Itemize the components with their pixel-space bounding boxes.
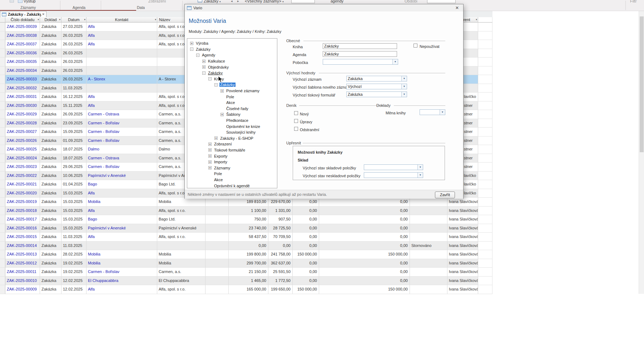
cell-doklad[interactable]: Zakázka — [40, 189, 61, 198]
cell-kontakt[interactable]: Dalmo — [86, 145, 157, 154]
cell-doklad[interactable]: Zakázka — [40, 137, 61, 145]
cell-kontakt[interactable]: Alfa — [86, 233, 157, 242]
sort-dropdown-icon[interactable]: ▾ — [476, 18, 477, 21]
vychozi-zaznam-select[interactable]: Zakázka — [346, 76, 407, 81]
cell-e1[interactable] — [205, 224, 229, 233]
cell-n3[interactable]: 0,00 — [293, 259, 319, 268]
cell-n4[interactable]: 0,00 — [319, 215, 410, 224]
tree-item[interactable]: Pole — [187, 171, 277, 177]
cell-status[interactable]: Stornováno — [410, 242, 447, 251]
table-row[interactable]: ZAK-2025-00018Zakázka15.03.2025AlfaAlfa,… — [0, 207, 492, 215]
tree-item[interactable]: +Záznamy — [187, 165, 277, 171]
collapse-icon[interactable]: - — [202, 71, 205, 75]
cell-n1[interactable]: 299 700,00 — [229, 259, 268, 268]
tree-item[interactable]: -Zakázky — [187, 70, 277, 76]
cell-ref[interactable]: Ivana Slavíčková — [447, 285, 478, 294]
cell-cislo[interactable]: ZAK-2025-00028 — [5, 119, 40, 128]
odstraneni-checkbox[interactable] — [294, 127, 298, 131]
cell-kontakt[interactable]: Carmen - Bořislav — [86, 163, 157, 172]
cell-n3[interactable]: 150 000,00 — [293, 250, 319, 259]
cell-ref[interactable]: Ivana Slavíčková — [447, 259, 478, 268]
cell-nazev[interactable]: Alfa, spol. s r.o. — [157, 207, 205, 215]
cell-cislo[interactable]: ZAK-2025-00023 — [5, 163, 40, 172]
table-row[interactable]: ZAK-2025-00014Zakázka11.03.20250,000,000… — [0, 242, 492, 251]
cell-kontakt[interactable]: Mobilia — [86, 250, 157, 259]
cell-datum[interactable]: 18.07.2025 — [61, 145, 86, 154]
cell-cislo[interactable]: ZAK-2025-00017 — [5, 215, 40, 224]
expand-icon[interactable]: + — [208, 160, 212, 164]
table-row[interactable]: ZAK-2025-00011Zakázka19.02.2025Carmen - … — [0, 268, 492, 277]
cell-e1[interactable] — [205, 198, 229, 207]
cell-nazev[interactable]: Mobilia — [157, 259, 205, 268]
tree-item[interactable]: Akce — [187, 100, 277, 106]
cell-datum[interactable]: 19.02.2025 — [61, 259, 86, 268]
cell-n1[interactable]: 199 800,00 — [229, 250, 268, 259]
cell-nazev[interactable]: Alfa, spol. s r.o. — [157, 233, 205, 242]
cell-n3[interactable]: 0,00 — [293, 242, 319, 251]
cell-status[interactable] — [410, 207, 447, 215]
cell-e1[interactable] — [205, 285, 229, 294]
cell-nazev[interactable]: Papírnictví v Anenské — [157, 224, 205, 233]
tree-item[interactable]: +Zakázky - E-SHOP — [187, 135, 277, 142]
table-row[interactable]: ZAK-2025-00010Zakázka12.02.2025El Chuppa… — [0, 277, 492, 286]
cell-doklad[interactable]: Zakázka — [40, 75, 61, 84]
cell-doklad[interactable]: Zakázka — [40, 180, 61, 189]
tree-item[interactable]: Pole — [187, 94, 277, 100]
mena-knihy-select[interactable] — [420, 109, 445, 115]
cell-datum[interactable]: 01.04.2025 — [61, 180, 86, 189]
cell-cislo[interactable]: ZAK-2025-00015 — [5, 233, 40, 242]
cell-datum[interactable]: 10.06.2025 — [61, 172, 86, 180]
cell-datum[interactable]: 28.02.2025 — [61, 250, 86, 259]
cell-e1[interactable] — [205, 233, 229, 242]
cell-cislo[interactable]: ZAK-2025-00027 — [5, 128, 40, 137]
cell-cislo[interactable]: ZAK-2025-00016 — [5, 224, 40, 233]
column-header-datum[interactable]: Datum▾ — [61, 17, 86, 23]
cell-datum[interactable]: 26.03.2025 — [61, 31, 86, 40]
tree-item[interactable]: -Knihy — [187, 76, 277, 82]
cell-n2[interactable]: 362 637,00 — [268, 259, 293, 268]
expand-icon[interactable]: + — [221, 89, 224, 93]
cell-e1[interactable] — [205, 215, 229, 224]
cell-ref[interactable]: Ivana Slavíčková — [447, 215, 478, 224]
cell-n1[interactable]: 23 740,00 — [229, 224, 268, 233]
expand-icon[interactable]: + — [221, 113, 224, 116]
table-row[interactable]: ZAK-2025-00015Zakázka11.03.2025AlfaAlfa,… — [0, 233, 492, 242]
cell-kontakt[interactable]: Alfa — [86, 101, 157, 110]
stav-skladove-select[interactable] — [364, 164, 423, 170]
table-row[interactable]: ZAK-2025-00009Zakázka12.02.2025AlfaAlfa,… — [0, 285, 492, 294]
nepouzivat-checkbox[interactable] — [413, 44, 417, 48]
vychozi-sablona-select[interactable]: Výchozí — [346, 84, 407, 89]
cell-e1[interactable] — [205, 259, 229, 268]
close-button[interactable]: Zavřít — [435, 192, 455, 198]
vertical-scrollbar[interactable] — [639, 11, 644, 294]
cell-cislo[interactable]: ZAK-2025-00013 — [5, 250, 40, 259]
dialog-titlebar[interactable]: Vario ✕ — [185, 4, 463, 11]
cell-doklad[interactable]: Zakázka — [40, 172, 61, 180]
expand-icon[interactable]: + — [202, 60, 205, 63]
cell-kontakt[interactable]: Mobilia — [86, 198, 157, 207]
expand-icon[interactable]: + — [208, 154, 212, 158]
cell-datum[interactable]: 19.02.2025 — [61, 268, 86, 277]
cell-e1[interactable] — [205, 207, 229, 215]
view-button[interactable]: Zobrazení — [148, 0, 166, 3]
tree-item[interactable]: +Povolené záznamy — [187, 88, 277, 94]
table-row[interactable]: ZAK-2025-00013Zakázka28.02.2025MobiliaMo… — [0, 250, 492, 259]
cell-doklad[interactable]: Zakázka — [40, 84, 61, 93]
cell-datum[interactable]: 27.03.2025 — [61, 23, 86, 31]
cell-n2[interactable]: 907,50 — [268, 215, 293, 224]
cell-doklad[interactable]: Zakázka — [40, 163, 61, 172]
cell-kontakt[interactable] — [86, 49, 157, 58]
tree-item[interactable]: Číselné řady — [187, 106, 277, 112]
ribbon-input-fragment[interactable] — [291, 0, 315, 3]
cell-n2[interactable]: 70 709,50 — [268, 233, 293, 242]
tree-item[interactable]: +Kalkulace — [187, 58, 277, 64]
cell-kontakt[interactable]: Alfa — [86, 93, 157, 101]
cell-doklad[interactable]: Zakázka — [40, 198, 61, 207]
cell-doklad[interactable]: Zakázka — [40, 207, 61, 215]
output-button[interactable]: Výstup — [24, 0, 36, 3]
cell-n2[interactable]: 1 772,50 — [268, 277, 293, 286]
tree-item[interactable]: Předkontace — [187, 118, 277, 124]
cell-n4[interactable]: 0,00 — [319, 268, 410, 277]
cell-datum[interactable]: 15.03.2025 — [61, 189, 86, 198]
tree-item[interactable]: Oprávnění ke knize — [187, 123, 277, 129]
